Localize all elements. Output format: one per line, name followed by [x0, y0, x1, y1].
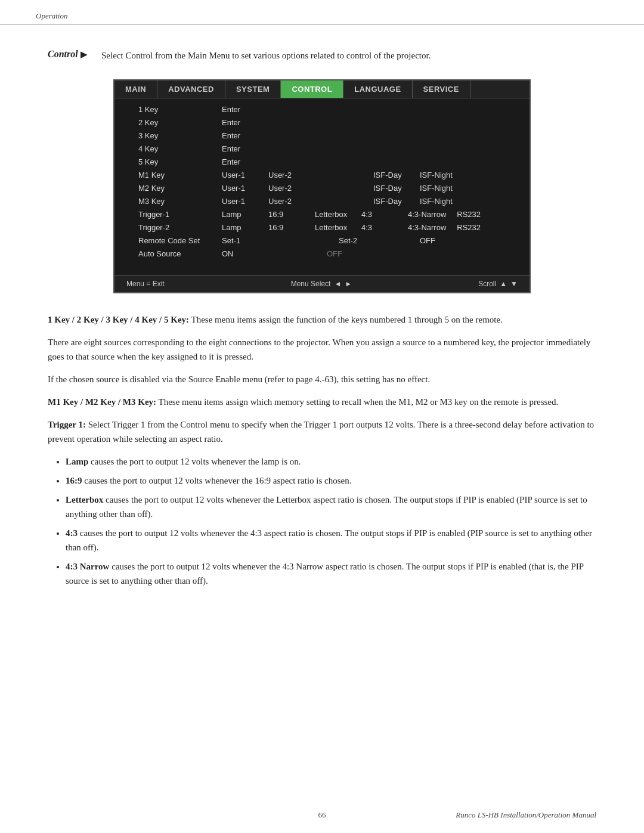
menu-label-1key: 1 Key [138, 105, 222, 114]
page-number: 66 [318, 810, 326, 820]
control-intro-row: Control ▶ Select Control from the Main M… [48, 49, 596, 63]
menu-spacer [114, 261, 530, 270]
menu-row-3key: 3 Key Enter [114, 129, 530, 143]
menu-label-2key: 2 Key [138, 118, 222, 127]
arrow-up-icon: ▲ [500, 280, 507, 288]
menu-values-4key: Enter [222, 144, 258, 153]
menu-label-m3key: M3 Key [138, 197, 222, 206]
arrow-right-icon: ► [345, 280, 352, 288]
control-label: Control ▶ [48, 49, 101, 60]
keys-header: 1 Key / 2 Key / 3 Key / 4 Key / 5 Key: [48, 315, 189, 324]
menu-footer: Menu = Exit Menu Select ◄ ► Scroll ▲ ▼ [114, 275, 530, 292]
menu-row-m2key: M2 Key User-1 User-2 ISF-Day ISF-Night [114, 182, 530, 195]
footer-menu-select: Menu Select ◄ ► [291, 280, 352, 288]
menu-label-m2key: M2 Key [138, 184, 222, 193]
menu-label-5key: 5 Key [138, 157, 222, 166]
mkeys-header: M1 Key / M2 Key / M3 Key: [48, 397, 156, 407]
menu-values-2key: Enter [222, 118, 258, 127]
control-arrow-icon: ▶ [80, 49, 87, 60]
menu-screenshot: MAIN ADVANCED SYSTEM CONTROL LANGUAGE SE… [113, 79, 531, 293]
menu-values-m1key: User-1 User-2 ISF-Day ISF-Night [222, 171, 456, 179]
menu-values-m2key: User-1 User-2 ISF-Day ISF-Night [222, 184, 456, 193]
footer-menu-exit: Menu = Exit [126, 280, 165, 288]
trigger1-header: Trigger 1: [48, 420, 86, 429]
control-label-text: Control [48, 49, 78, 60]
tab-system[interactable]: SYSTEM [225, 80, 281, 98]
menu-row-4key: 4 Key Enter [114, 143, 530, 156]
mkeys-desc: These menu items assign which memory set… [159, 397, 559, 407]
bullet-169: 16:9 causes the port to output 12 volts … [66, 473, 596, 488]
menu-values-3key: Enter [222, 131, 258, 140]
menu-row-1key: 1 Key Enter [114, 103, 530, 116]
trigger1-paragraph: Trigger 1: Select Trigger 1 from the Con… [48, 417, 596, 446]
keys-desc: These menu items assign the function of … [191, 315, 503, 324]
sources-paragraph: There are eight sources corresponding to… [48, 335, 596, 364]
menu-row-trigger2: Trigger-2 Lamp 16:9 Letterbox 4:3 4:3-Na… [114, 221, 530, 234]
bullet-43: 4:3 causes the port to output 12 volts w… [66, 526, 596, 555]
tab-advanced[interactable]: ADVANCED [157, 80, 225, 98]
menu-row-5key: 5 Key Enter [114, 156, 530, 169]
menu-values-m3key: User-1 User-2 ISF-Day ISF-Night [222, 197, 456, 206]
bullet-letterbox: Letterbox causes the port to output 12 v… [66, 493, 596, 521]
mkeys-paragraph: M1 Key / M2 Key / M3 Key: These menu ite… [48, 395, 596, 409]
menu-values-auto-source: ON OFF [222, 249, 363, 258]
menu-label-trigger2: Trigger-2 [138, 223, 222, 232]
main-content: Control ▶ Select Control from the Main M… [0, 25, 644, 620]
menu-row-remote-code: Remote Code Set Set-1 Set-2 OFF [114, 234, 530, 247]
bullet-list: Lamp causes the port to output 12 volts … [48, 454, 596, 588]
menu-label-remote-code: Remote Code Set [138, 236, 222, 245]
menu-label-3key: 3 Key [138, 131, 222, 140]
menu-tab-bar: MAIN ADVANCED SYSTEM CONTROL LANGUAGE SE… [114, 80, 530, 98]
menu-row-trigger1: Trigger-1 Lamp 16:9 Letterbox 4:3 4:3-Na… [114, 208, 530, 221]
menu-values-remote-code: Set-1 Set-2 OFF [222, 236, 456, 245]
arrow-down-icon: ▼ [510, 280, 518, 288]
menu-body: 1 Key Enter 2 Key Enter 3 Key Enter [114, 98, 530, 275]
arrow-left-icon: ◄ [334, 280, 341, 288]
menu-values-trigger2: Lamp 16:9 Letterbox 4:3 4:3-Narrow RS232 [222, 223, 493, 232]
menu-row-2key: 2 Key Enter [114, 116, 530, 129]
control-description: Select Control from the Main Menu to set… [101, 49, 596, 63]
menu-values-1key: Enter [222, 105, 258, 114]
menu-values-trigger1: Lamp 16:9 Letterbox 4:3 4:3-Narrow RS232 [222, 210, 493, 219]
page-header: Operation [0, 0, 644, 25]
menu-row-m3key: M3 Key User-1 User-2 ISF-Day ISF-Night [114, 195, 530, 208]
tab-control[interactable]: CONTROL [281, 80, 343, 98]
keys-paragraph: 1 Key / 2 Key / 3 Key / 4 Key / 5 Key: T… [48, 312, 596, 327]
tab-main[interactable]: MAIN [114, 80, 157, 98]
menu-values-5key: Enter [222, 157, 258, 166]
menu-label-auto-source: Auto Source [138, 249, 222, 258]
manual-name: Runco LS-HB Installation/Operation Manua… [456, 810, 596, 820]
disabled-paragraph: If the chosen source is disabled via the… [48, 372, 596, 386]
menu-label-trigger1: Trigger-1 [138, 210, 222, 219]
menu-label-m1key: M1 Key [138, 171, 222, 179]
menu-row-auto-source: Auto Source ON OFF [114, 247, 530, 261]
bullet-lamp: Lamp causes the port to output 12 volts … [66, 454, 596, 469]
tab-language[interactable]: LANGUAGE [343, 80, 412, 98]
menu-label-4key: 4 Key [138, 144, 222, 153]
footer-scroll: Scroll ▲ ▼ [478, 280, 518, 288]
bullet-43narrow: 4:3 Narrow causes the port to output 12 … [66, 559, 596, 588]
tab-service[interactable]: SERVICE [413, 80, 470, 98]
breadcrumb: Operation [36, 11, 67, 20]
menu-row-m1key: M1 Key User-1 User-2 ISF-Day ISF-Night [114, 169, 530, 182]
trigger1-desc: Select Trigger 1 from the Control menu t… [48, 420, 594, 444]
